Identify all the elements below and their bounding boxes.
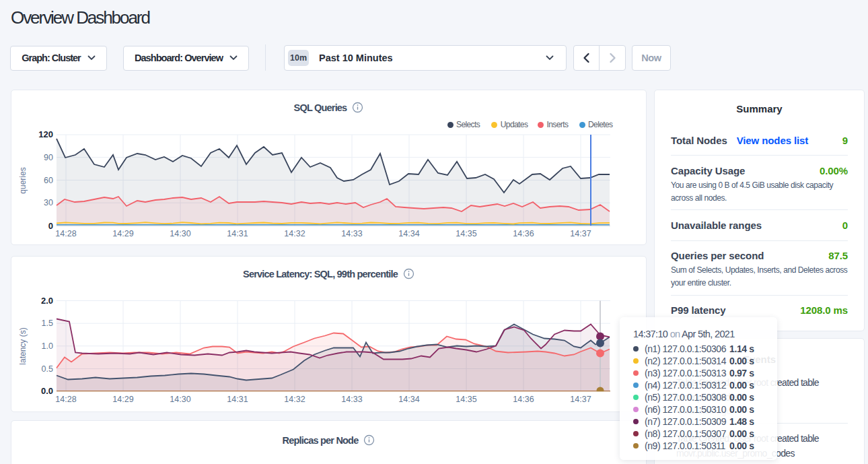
svg-text:14:32: 14:32: [284, 395, 305, 404]
svg-text:14:29: 14:29: [112, 229, 133, 238]
svg-text:14:37: 14:37: [570, 229, 591, 238]
svg-text:14:35: 14:35: [456, 229, 476, 238]
svg-text:0.5: 0.5: [42, 364, 53, 374]
svg-text:2.0: 2.0: [41, 296, 53, 306]
svg-text:1.0: 1.0: [42, 341, 53, 351]
svg-text:14:30: 14:30: [170, 229, 190, 238]
svg-text:120: 120: [38, 129, 53, 139]
svg-text:14:28: 14:28: [55, 395, 76, 404]
svg-text:14:31: 14:31: [227, 395, 248, 404]
svg-text:0.0: 0.0: [41, 386, 53, 396]
svg-text:queries: queries: [18, 167, 28, 193]
svg-text:14:34: 14:34: [398, 229, 419, 238]
svg-text:latency (s): latency (s): [18, 327, 28, 364]
svg-text:14:37: 14:37: [570, 395, 591, 404]
svg-text:14:29: 14:29: [112, 395, 133, 404]
svg-text:14:32: 14:32: [284, 229, 305, 238]
svg-text:14:31: 14:31: [227, 229, 248, 238]
svg-text:14:28: 14:28: [55, 229, 76, 238]
svg-text:14:30: 14:30: [170, 395, 190, 404]
svg-text:14:36: 14:36: [513, 395, 534, 404]
svg-text:30: 30: [44, 198, 53, 207]
svg-text:14:34: 14:34: [398, 395, 419, 404]
svg-text:90: 90: [44, 153, 53, 162]
svg-text:14:36: 14:36: [513, 229, 534, 238]
svg-text:14:33: 14:33: [341, 229, 362, 238]
svg-text:1.5: 1.5: [42, 319, 53, 328]
svg-text:14:35: 14:35: [456, 395, 476, 404]
svg-text:0: 0: [48, 221, 53, 231]
svg-text:60: 60: [44, 176, 53, 185]
svg-text:14:33: 14:33: [341, 395, 362, 404]
